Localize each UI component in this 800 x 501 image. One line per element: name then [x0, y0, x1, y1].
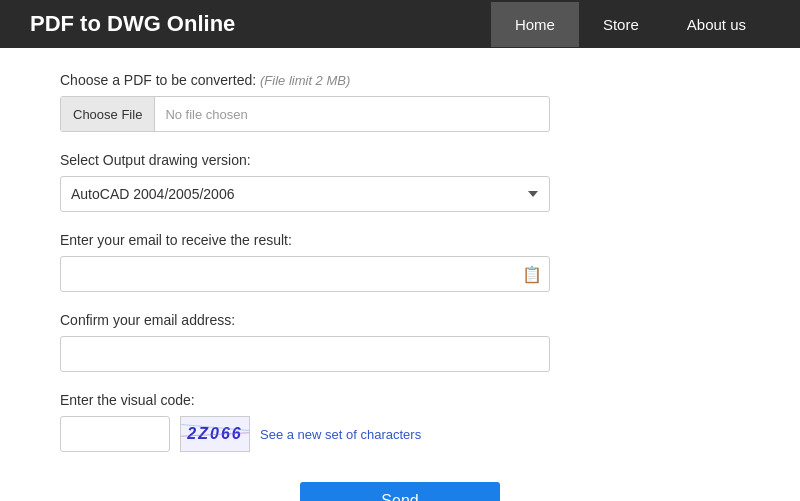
send-button[interactable]: Send	[300, 482, 500, 501]
output-version-group: Select Output drawing version: AutoCAD 2…	[60, 152, 740, 212]
visual-code-wrapper: 2Z066 See a new set of characters	[60, 416, 740, 452]
file-label-text: Choose a PDF to be converted:	[60, 72, 256, 88]
confirm-email-label: Confirm your email address:	[60, 312, 740, 328]
file-upload-group: Choose a PDF to be converted: (File limi…	[60, 72, 740, 132]
output-version-select[interactable]: AutoCAD 2004/2005/2006AutoCAD 2007/2008/…	[60, 176, 550, 212]
file-input-wrapper: Choose File No file chosen	[60, 96, 550, 132]
navbar: PDF to DWG Online Home Store About us	[0, 0, 800, 48]
email-icon: 📋	[522, 265, 542, 284]
captcha-image: 2Z066	[180, 416, 250, 452]
nav-item-about[interactable]: About us	[663, 2, 770, 47]
brand-title: PDF to DWG Online	[30, 11, 235, 37]
file-label: Choose a PDF to be converted: (File limi…	[60, 72, 740, 88]
visual-code-input[interactable]	[60, 416, 170, 452]
nav-links: Home Store About us	[491, 2, 770, 47]
nav-link-about[interactable]: About us	[663, 2, 770, 47]
email-group: Enter your email to receive the result: …	[60, 232, 740, 292]
nav-link-store[interactable]: Store	[579, 2, 663, 47]
visual-code-label: Enter the visual code:	[60, 392, 740, 408]
nav-item-store[interactable]: Store	[579, 2, 663, 47]
main-content: Choose a PDF to be converted: (File limi…	[0, 48, 800, 501]
email-input[interactable]	[60, 256, 550, 292]
file-limit-note: (File limit 2 MB)	[260, 73, 350, 88]
email-input-wrapper: 📋	[60, 256, 550, 292]
output-label: Select Output drawing version:	[60, 152, 740, 168]
visual-code-group: Enter the visual code: 2Z066 See a new s…	[60, 392, 740, 452]
send-button-wrapper: Send	[60, 482, 740, 501]
nav-link-home[interactable]: Home	[491, 2, 579, 47]
see-new-characters-link[interactable]: See a new set of characters	[260, 427, 421, 442]
choose-file-button[interactable]: Choose File	[61, 97, 155, 131]
confirm-email-group: Confirm your email address:	[60, 312, 740, 372]
nav-item-home[interactable]: Home	[491, 2, 579, 47]
email-label: Enter your email to receive the result:	[60, 232, 740, 248]
confirm-email-input[interactable]	[60, 336, 550, 372]
no-file-text: No file chosen	[155, 107, 247, 122]
captcha-text: 2Z066	[187, 425, 242, 443]
